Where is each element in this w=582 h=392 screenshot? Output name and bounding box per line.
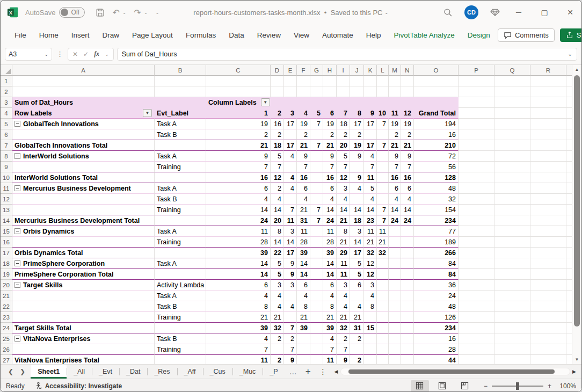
cell-F18[interactable]: 14 bbox=[297, 258, 310, 269]
select-all-corner[interactable] bbox=[1, 65, 12, 76]
column-header-A[interactable]: A bbox=[12, 65, 155, 76]
ribbon-tab-help[interactable]: Help bbox=[360, 28, 388, 42]
row-header-17[interactable]: 17 bbox=[1, 248, 12, 258]
cell-H18[interactable]: 14 bbox=[323, 258, 337, 269]
comments-button[interactable]: Comments bbox=[498, 28, 555, 42]
cell-D18[interactable]: 5 bbox=[271, 258, 284, 269]
column-header-M[interactable]: M bbox=[389, 65, 401, 76]
cell-R11[interactable] bbox=[530, 183, 566, 194]
cell-B19[interactable] bbox=[155, 269, 206, 280]
cell-D1[interactable] bbox=[271, 76, 284, 86]
cell-H24[interactable]: 39 bbox=[323, 323, 337, 333]
cell-C9[interactable]: 7 bbox=[206, 162, 271, 172]
cell-C24[interactable]: 39 bbox=[206, 323, 271, 333]
cell-P23[interactable] bbox=[459, 312, 494, 323]
column-header-B[interactable]: B bbox=[155, 65, 206, 76]
cell-B24[interactable] bbox=[155, 323, 206, 333]
cell-E24[interactable]: 7 bbox=[284, 323, 297, 333]
cell-D17[interactable]: 22 bbox=[271, 248, 284, 258]
cell-G13[interactable]: 7 bbox=[310, 205, 323, 215]
row-header-9[interactable]: 9 bbox=[1, 162, 12, 172]
cell-P21[interactable] bbox=[459, 291, 494, 301]
cell-B13[interactable]: Training bbox=[155, 205, 206, 215]
cell-A19[interactable]: PrimeSphere Corporation Total bbox=[12, 269, 155, 280]
cell-B20[interactable]: Activity Lambda bbox=[155, 280, 206, 291]
cell-I10[interactable]: 12 bbox=[337, 172, 350, 183]
cell-O4[interactable]: Grand Total bbox=[414, 108, 459, 119]
cell-D22[interactable]: 4 bbox=[271, 301, 284, 312]
cell-Q4[interactable] bbox=[494, 108, 530, 119]
cell-D16[interactable]: 14 bbox=[271, 237, 284, 248]
zoom-level[interactable]: 100% bbox=[556, 382, 576, 390]
cell-C23[interactable]: 21 bbox=[206, 312, 271, 323]
row-header-27[interactable]: 27 bbox=[1, 355, 12, 364]
cell-E23[interactable] bbox=[284, 312, 297, 323]
cell-M7[interactable]: 21 bbox=[389, 140, 401, 151]
cell-C11[interactable]: 6 bbox=[206, 183, 271, 194]
cell-O20[interactable]: 36 bbox=[414, 280, 459, 291]
cell-N22[interactable] bbox=[401, 301, 414, 312]
page-break-view-button[interactable] bbox=[456, 380, 474, 392]
cell-I6[interactable]: 2 bbox=[337, 129, 350, 140]
formula-input[interactable]: Sum of Dat_Hours ⌄ bbox=[117, 48, 577, 61]
cell-P2[interactable] bbox=[459, 86, 494, 97]
cell-H16[interactable]: 28 bbox=[323, 237, 337, 248]
cell-H6[interactable]: 2 bbox=[323, 129, 337, 140]
cell-A6[interactable] bbox=[12, 129, 155, 140]
ribbon-tab-view[interactable]: View bbox=[287, 28, 316, 42]
collapse-icon[interactable] bbox=[14, 228, 20, 234]
cell-O21[interactable]: 24 bbox=[414, 291, 459, 301]
cell-B1[interactable] bbox=[155, 76, 206, 86]
cell-Q19[interactable] bbox=[494, 269, 530, 280]
cell-B17[interactable] bbox=[155, 248, 206, 258]
cell-L17[interactable]: 32 bbox=[377, 248, 389, 258]
cell-Q14[interactable] bbox=[494, 215, 530, 226]
cell-M18[interactable] bbox=[389, 258, 401, 269]
formulabar-kebab-icon[interactable]: ⋮ bbox=[55, 50, 64, 58]
cell-O11[interactable]: 48 bbox=[414, 183, 459, 194]
cell-O8[interactable]: 72 bbox=[414, 151, 459, 162]
cell-O3[interactable] bbox=[414, 97, 459, 108]
cell-B14[interactable] bbox=[155, 215, 206, 226]
cell-I23[interactable]: 21 bbox=[337, 312, 350, 323]
cell-I18[interactable]: 11 bbox=[337, 258, 350, 269]
cell-A14[interactable]: Mercurius Business Development Total bbox=[12, 215, 155, 226]
cell-K2[interactable] bbox=[364, 86, 377, 97]
cell-K12[interactable]: 4 bbox=[364, 194, 377, 205]
cell-M5[interactable]: 19 bbox=[389, 119, 401, 129]
cell-L6[interactable] bbox=[377, 129, 389, 140]
cell-D19[interactable]: 5 bbox=[271, 269, 284, 280]
zoom-out-button[interactable]: − bbox=[484, 382, 488, 390]
cell-H5[interactable]: 19 bbox=[323, 119, 337, 129]
cell-J13[interactable]: 14 bbox=[350, 205, 364, 215]
cell-L15[interactable]: 11 bbox=[377, 226, 389, 237]
row-header-14[interactable]: 14 bbox=[1, 215, 12, 226]
cell-G23[interactable] bbox=[310, 312, 323, 323]
cell-J15[interactable]: 3 bbox=[350, 226, 364, 237]
cell-B12[interactable]: Task B bbox=[155, 194, 206, 205]
cell-Q6[interactable] bbox=[494, 129, 530, 140]
cell-F1[interactable] bbox=[297, 76, 310, 86]
cell-A1[interactable] bbox=[12, 76, 155, 86]
cell-N20[interactable] bbox=[401, 280, 414, 291]
cell-O23[interactable]: 126 bbox=[414, 312, 459, 323]
cell-A13[interactable] bbox=[12, 205, 155, 215]
row-header-20[interactable]: 20 bbox=[1, 280, 12, 291]
cell-N27[interactable] bbox=[401, 355, 414, 364]
cell-Q25[interactable] bbox=[494, 333, 530, 344]
cell-D26[interactable] bbox=[271, 344, 284, 355]
cell-A16[interactable] bbox=[12, 237, 155, 248]
column-header-J[interactable]: J bbox=[350, 65, 364, 76]
cell-I12[interactable]: 4 bbox=[337, 194, 350, 205]
column-header-K[interactable]: K bbox=[364, 65, 377, 76]
cell-K18[interactable]: 12 bbox=[364, 258, 377, 269]
cell-A2[interactable] bbox=[12, 86, 155, 97]
cell-R12[interactable] bbox=[530, 194, 566, 205]
cell-G24[interactable] bbox=[310, 323, 323, 333]
cell-B16[interactable]: Training bbox=[155, 237, 206, 248]
cell-P9[interactable] bbox=[459, 162, 494, 172]
cell-K5[interactable]: 17 bbox=[364, 119, 377, 129]
cell-M24[interactable] bbox=[389, 323, 401, 333]
cell-Q7[interactable] bbox=[494, 140, 530, 151]
cell-H10[interactable]: 16 bbox=[323, 172, 337, 183]
